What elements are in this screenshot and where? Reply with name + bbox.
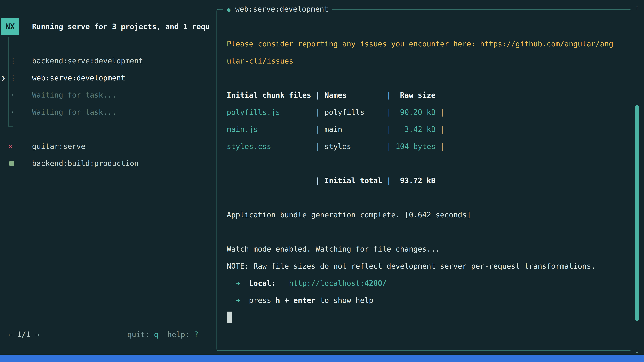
task-row-guitar-serve[interactable]: ✕ guitar:serve	[0, 138, 215, 155]
task-label: Waiting for task...	[32, 104, 116, 121]
gap	[276, 279, 289, 287]
page-indicator: 1/1	[17, 330, 30, 339]
chunk-row-tail: |	[436, 142, 444, 151]
chunk-raw-size: 104 bytes	[396, 142, 436, 151]
chunk-row-separators: | main |	[258, 125, 404, 134]
spinner-icon: ⋮	[10, 52, 17, 69]
chunk-raw-size: 3.42 kB	[404, 125, 436, 134]
terminal-cursor	[227, 312, 232, 323]
local-label: Local:	[249, 279, 276, 287]
chunk-row-separators: | styles |	[271, 142, 396, 151]
task-label: guitar:serve	[32, 138, 85, 155]
spinner-icon: ⋮	[10, 69, 17, 86]
help-hint-label: help:	[158, 330, 194, 339]
chunk-table-row: main.js | main | 3.42 kB |	[227, 121, 622, 138]
task-label: Waiting for task...	[32, 86, 116, 104]
help-keys: h + enter	[276, 296, 316, 305]
task-label: backend:build:production	[32, 155, 139, 172]
scrollbar-thumb[interactable]	[635, 105, 639, 321]
localhost-port[interactable]: 4200	[364, 279, 382, 287]
scroll-up-arrow[interactable]: ↑	[635, 0, 639, 15]
panel-title-text: web:serve:development	[235, 5, 328, 13]
selection-caret-icon: ❯	[1, 69, 6, 86]
chunk-row-separators: | polyfills |	[280, 108, 400, 116]
help-key: ?	[194, 330, 198, 339]
watch-mode-line: Watch mode enabled. Watching for file ch…	[227, 241, 622, 258]
bottom-status-bar	[0, 355, 644, 362]
bundle-complete-line: Application bundle generation complete. …	[227, 206, 622, 223]
pagination: ← 1/1 →	[8, 326, 39, 343]
panel-terminal-output: Please consider reporting any issues you…	[227, 35, 622, 326]
blank-line	[227, 69, 622, 87]
local-url-line: ➜ Local: http://localhost:4200/	[227, 275, 622, 292]
task-label: web:serve:development	[32, 69, 125, 86]
chunk-file-name: polyfills.js	[227, 108, 280, 116]
page-prev-arrow[interactable]: ←	[8, 330, 17, 339]
localhost-url-slash[interactable]: /	[382, 279, 387, 287]
panel-title: ●web:serve:development	[224, 1, 332, 17]
chunk-file-name: styles.css	[227, 142, 271, 151]
chunk-row-tail: |	[436, 108, 444, 116]
task-row-backend-build[interactable]: backend:build:production	[0, 155, 215, 172]
task-row-backend-serve[interactable]: ⋮ backend:serve:development	[0, 52, 215, 69]
notice-line-1: Please consider reporting any issues you…	[227, 35, 622, 52]
chunk-table-row: styles.css | styles | 104 bytes |	[227, 138, 622, 155]
notice-line-2: ular-cli/issues	[227, 52, 622, 69]
waiting-dot-icon: ·	[10, 104, 15, 121]
blank-line	[227, 223, 622, 241]
failed-cross-icon: ✕	[8, 138, 13, 155]
help-hint-line: ➜ press h + enter to show help	[227, 292, 622, 309]
quit-hint-label: quit:	[127, 330, 154, 339]
page-next-arrow[interactable]: →	[30, 330, 39, 339]
blank-line	[227, 155, 622, 172]
waiting-dot-icon: ·	[10, 86, 15, 104]
chunk-table-row: polyfills.js | polyfills | 90.20 kB |	[227, 104, 622, 121]
arrow-icon: ➜	[227, 279, 249, 287]
task-row-waiting-1[interactable]: · Waiting for task...	[0, 86, 215, 104]
chunk-row-tail: |	[436, 125, 444, 134]
running-bullet-icon: ●	[227, 6, 230, 13]
note-line: NOTE: Raw file sizes do not reflect deve…	[227, 258, 622, 275]
task-row-web-serve-selected[interactable]: ❯ ⋮ web:serve:development	[0, 69, 215, 86]
task-row-waiting-2[interactable]: · Waiting for task...	[0, 104, 215, 121]
task-list-spacer	[0, 121, 215, 138]
task-label: backend:serve:development	[32, 52, 143, 69]
initial-total-line: | Initial total | 93.72 kB	[227, 172, 622, 189]
blank-line	[227, 189, 622, 206]
localhost-url-link[interactable]: http://localhost:	[289, 279, 364, 287]
help-text: to show help	[316, 296, 373, 305]
chunk-raw-size: 90.20 kB	[400, 108, 436, 116]
cursor-line	[227, 309, 622, 326]
nx-logo: NX	[1, 18, 19, 35]
task-list: ⋮ backend:serve:development ❯ ⋮ web:serv…	[0, 52, 215, 172]
quit-key: q	[154, 330, 158, 339]
sidebar-title: Running serve for 3 projects, and 1 requ	[32, 18, 215, 35]
chunk-table-header: Initial chunk files | Names | Raw size	[227, 87, 622, 104]
keyboard-hints: quit: q help: ?	[127, 326, 198, 343]
success-square-icon	[10, 161, 14, 166]
help-text: press	[249, 296, 276, 305]
chunk-file-name: main.js	[227, 125, 258, 134]
terminal-screen: NX Running serve for 3 projects, and 1 r…	[0, 0, 644, 362]
arrow-icon: ➜	[227, 296, 249, 305]
